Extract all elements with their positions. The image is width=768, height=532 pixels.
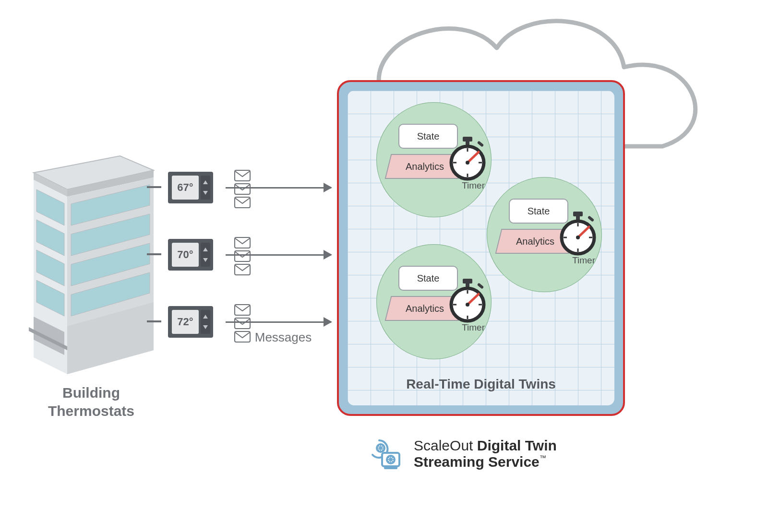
scaleout-logo-icon [370, 437, 404, 471]
timer-label: Timer [462, 322, 485, 333]
digital-twin-node: State Analytics Timer [376, 244, 492, 359]
envelope-icon [234, 197, 251, 208]
digital-twin-node: State Analytics Timer [376, 102, 492, 217]
connector-line [147, 186, 161, 188]
arrow-right-icon [226, 321, 331, 323]
envelope-icon [234, 318, 251, 329]
svg-rect-46 [235, 237, 250, 248]
envelope-icon [234, 250, 251, 262]
svg-rect-43 [235, 170, 250, 181]
svg-rect-2 [477, 141, 484, 147]
stopwatch-icon [448, 136, 487, 182]
arrow-right-icon [226, 187, 331, 189]
connector-line [147, 320, 161, 322]
product-logo: ScaleOut Digital Twin Streaming Service™ [370, 437, 557, 471]
connector-line [147, 253, 161, 255]
svg-point-17 [576, 236, 580, 239]
svg-rect-50 [235, 318, 250, 329]
thermostat-reading: 67° [172, 176, 199, 200]
envelope-icon [234, 170, 251, 181]
building-icon [19, 144, 163, 384]
svg-rect-48 [235, 264, 250, 275]
svg-point-26 [466, 303, 469, 307]
thermostat-updown-icon [201, 243, 210, 267]
svg-rect-49 [235, 305, 250, 315]
thermostat-device: 70° [168, 239, 213, 271]
digital-twin-node: State Analytics Timer [487, 177, 602, 292]
thermostat-updown-icon [201, 176, 210, 200]
timer-label: Timer [462, 180, 485, 191]
digital-twins-panel: State Analytics Timer [337, 80, 625, 416]
svg-rect-45 [235, 197, 250, 208]
thermostat-device: 72° [168, 306, 213, 338]
thermostat-reading: 70° [172, 243, 199, 267]
timer-label: Timer [572, 255, 595, 266]
building-label: BuildingThermostats [29, 384, 154, 420]
digital-twins-grid: State Analytics Timer [348, 91, 614, 405]
stopwatch-icon [448, 278, 487, 324]
messages-label: Messages [230, 330, 336, 345]
envelope-icon [234, 183, 251, 195]
thermostat-updown-icon [201, 310, 210, 334]
svg-point-8 [466, 161, 469, 165]
svg-rect-44 [235, 184, 250, 194]
diagram-root: State Analytics Timer [0, 0, 768, 532]
envelope-icon [234, 264, 251, 275]
svg-rect-11 [588, 215, 595, 222]
svg-rect-0 [463, 137, 472, 142]
stopwatch-icon [559, 211, 597, 257]
envelope-icon [234, 237, 251, 248]
thermostat-reading: 72° [172, 310, 199, 334]
product-logo-text: ScaleOut Digital Twin Streaming Service™ [414, 437, 557, 471]
arrow-right-icon [226, 254, 331, 256]
thermostat-device: 67° [168, 172, 213, 203]
svg-rect-18 [463, 279, 472, 284]
panel-caption: Real-Time Digital Twins [348, 377, 614, 392]
svg-rect-47 [235, 251, 250, 261]
svg-rect-55 [384, 467, 397, 469]
svg-rect-20 [477, 283, 484, 289]
envelope-icon [234, 304, 251, 316]
svg-rect-9 [573, 212, 583, 216]
